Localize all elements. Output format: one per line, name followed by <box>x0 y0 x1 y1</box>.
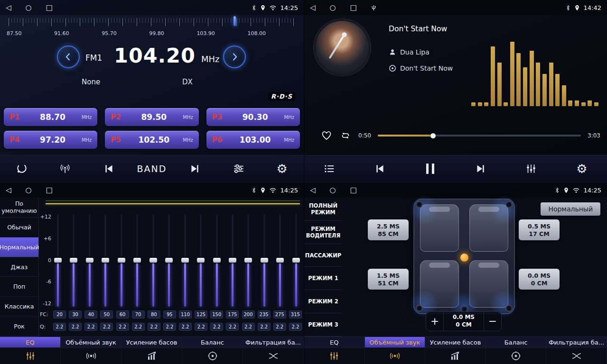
preset-button[interactable]: P3 90.30 MHz <box>206 108 300 126</box>
recents-button[interactable]: □ <box>350 186 357 194</box>
surround-mode-item[interactable]: РЕЖИМ 2 <box>304 290 342 313</box>
slider-knob[interactable] <box>149 258 157 263</box>
preset-button[interactable]: P5 102.50 MHz <box>105 131 198 149</box>
back-button[interactable]: ◁ <box>6 3 11 12</box>
slider-knob[interactable] <box>118 258 125 263</box>
next-track-button[interactable] <box>467 158 495 179</box>
slider-knob[interactable] <box>261 258 268 263</box>
eq-band-slider[interactable] <box>85 214 94 307</box>
tab-balance[interactable]: Баланс <box>182 337 243 364</box>
tab-filter[interactable]: Фильтрация ба... <box>546 337 607 364</box>
radio-settings-sliders-button[interactable] <box>224 158 253 179</box>
tune-down-button[interactable] <box>57 46 80 68</box>
eq-band-slider[interactable] <box>101 214 110 307</box>
tab-bass-boost[interactable]: Усиление басов <box>121 337 182 364</box>
preset-button[interactable]: P4 97.20 MHz <box>4 131 97 149</box>
broadcast-button[interactable] <box>51 158 79 179</box>
recents-button[interactable]: □ <box>350 3 357 12</box>
slider-knob[interactable] <box>181 258 189 263</box>
surround-mode-item[interactable]: ПАССАЖИР <box>304 244 342 267</box>
eq-preset-item[interactable]: Поп <box>0 277 38 297</box>
scan-button[interactable] <box>8 158 36 179</box>
preset-button[interactable]: P6 103.00 MHz <box>206 131 300 149</box>
slider-knob[interactable] <box>229 258 236 263</box>
eq-band-slider[interactable] <box>291 214 301 307</box>
eq-preset-item[interactable]: Обычай <box>0 218 38 237</box>
home-button[interactable]: ○ <box>26 3 32 12</box>
slider-knob[interactable] <box>213 258 221 263</box>
tab-surround[interactable]: Объёмный звук <box>61 337 121 364</box>
slider-knob[interactable] <box>133 258 141 263</box>
tab-surround[interactable]: Объёмный звук <box>365 337 426 364</box>
home-button[interactable]: ○ <box>26 186 32 194</box>
tab-balance[interactable]: Баланс <box>486 337 547 364</box>
eq-band-slider[interactable] <box>132 214 142 307</box>
slider-knob[interactable] <box>86 258 93 263</box>
surround-mode-item[interactable]: ПОЛНЫЙ РЕЖИМ <box>304 198 342 221</box>
tab-eq[interactable]: EQ <box>0 337 61 364</box>
eq-band-slider[interactable] <box>180 214 190 307</box>
slider-knob[interactable] <box>276 258 284 263</box>
profile-button[interactable]: Нормальный <box>541 202 600 216</box>
eq-preset-item[interactable]: Классика <box>0 297 38 317</box>
eq-band-slider[interactable] <box>243 214 253 307</box>
eq-preset-item[interactable]: Джаз <box>0 257 38 277</box>
eq-band-slider[interactable] <box>212 214 222 307</box>
tab-filter[interactable]: Фильтрация ба... <box>243 337 304 364</box>
eq-preset-item[interactable]: Нормальный <box>0 237 38 257</box>
repeat-button[interactable] <box>339 130 352 141</box>
decrease-delay-button[interactable]: − <box>484 312 501 331</box>
surround-mode-item[interactable]: РЕЖИМ 3 <box>304 313 342 337</box>
delay-front-left[interactable]: 2.5 MS 85 CM <box>368 219 409 240</box>
slider-knob[interactable] <box>165 258 173 263</box>
preset-button[interactable]: P2 89.50 MHz <box>105 108 198 126</box>
back-button[interactable]: ◁ <box>6 186 11 194</box>
tab-eq[interactable]: EQ <box>304 337 365 364</box>
slider-knob[interactable] <box>70 258 77 263</box>
progress-bar[interactable] <box>378 135 581 136</box>
next-station-button[interactable] <box>181 158 209 179</box>
favorite-button[interactable] <box>320 130 333 141</box>
increase-delay-button[interactable]: + <box>426 312 443 331</box>
pause-button[interactable] <box>416 158 445 179</box>
surround-mode-item[interactable]: РЕЖИМ 1 <box>304 267 342 290</box>
slider-knob[interactable] <box>244 258 252 263</box>
tab-bass-boost[interactable]: Усиление басов <box>425 337 486 364</box>
settings-button[interactable]: ⚙ <box>568 158 596 179</box>
eq-band-slider[interactable] <box>69 214 78 307</box>
slider-knob[interactable] <box>197 258 205 263</box>
slider-knob[interactable] <box>54 258 62 263</box>
slider-knob[interactable] <box>292 258 300 263</box>
delay-rear-right[interactable]: 0.0 MS 0 CM <box>519 269 560 290</box>
eq-band-slider[interactable] <box>196 214 205 307</box>
slider-knob[interactable] <box>102 258 109 263</box>
playlist-button[interactable] <box>315 158 344 179</box>
delay-rear-left[interactable]: 1.5 MS 51 CM <box>368 269 409 290</box>
eq-preset-item[interactable]: По умолчанию <box>0 198 38 218</box>
recents-button[interactable]: □ <box>46 3 53 12</box>
tune-up-button[interactable] <box>223 46 246 68</box>
equalizer-button[interactable] <box>517 158 545 179</box>
eq-band-slider[interactable] <box>228 214 237 307</box>
back-button[interactable]: ◁ <box>310 3 316 12</box>
delay-front-right[interactable]: 0.5 MS 17 CM <box>519 219 560 240</box>
previous-track-button[interactable] <box>365 158 394 179</box>
eq-band-slider[interactable] <box>164 214 174 307</box>
eq-band-slider[interactable] <box>260 214 269 307</box>
eq-band-slider[interactable] <box>149 214 158 307</box>
listening-position-marker[interactable] <box>460 254 468 262</box>
settings-button[interactable]: ⚙ <box>268 158 296 179</box>
recents-button[interactable]: □ <box>46 186 53 194</box>
progress-knob[interactable] <box>430 133 436 138</box>
eq-band-slider[interactable] <box>275 214 285 307</box>
eq-band-slider[interactable] <box>117 214 126 307</box>
home-button[interactable]: ○ <box>330 186 336 194</box>
previous-station-button[interactable] <box>94 158 123 179</box>
eq-preset-item[interactable]: Рок <box>0 317 38 337</box>
home-button[interactable]: ○ <box>330 3 336 12</box>
surround-mode-item[interactable]: РЕЖИМ ВОДИТЕЛЯ <box>304 221 342 244</box>
preset-button[interactable]: P1 88.70 MHz <box>4 108 97 126</box>
eq-band-slider[interactable] <box>53 214 63 307</box>
band-button[interactable]: BAND <box>138 158 166 179</box>
back-button[interactable]: ◁ <box>310 186 316 194</box>
